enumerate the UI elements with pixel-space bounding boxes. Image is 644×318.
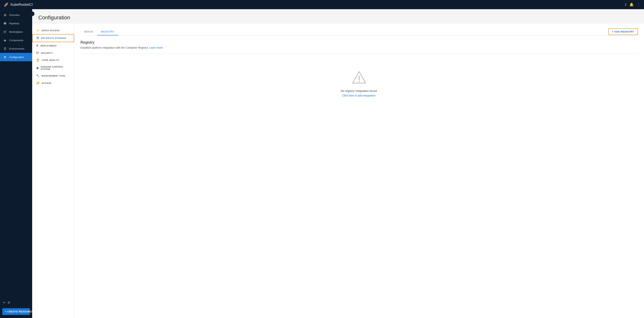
app-name: KubeRocketCI [10, 3, 33, 7]
tab-registry[interactable]: REGISTRY [97, 28, 118, 36]
empty-state: No registry integration found. Click her… [80, 58, 638, 108]
sidebar-label-components: Components [9, 39, 23, 42]
header-left: 🚀 KubeRocketCI [4, 2, 33, 7]
sidebar-icon-pipelines: 📽 [3, 22, 7, 25]
learn-more-link[interactable]: Learn more. [149, 46, 164, 49]
svg-point-1 [358, 81, 360, 82]
tabs: NEXUS REGISTRY [80, 28, 638, 36]
sub-nav-icon-security: 🛡 [36, 51, 39, 54]
main-content: NEXUS REGISTRY + ADD REGISTRY Registry E… [74, 24, 644, 318]
info-icon[interactable]: ℹ [625, 2, 626, 7]
registry-description: Establish platform integration with the … [80, 46, 638, 49]
tab-nexus[interactable]: NEXUS [80, 28, 97, 36]
sub-nav-icon-artifacts-storage: ☰ [36, 36, 39, 40]
sidebar-label-pipelines: Pipelines [9, 22, 19, 25]
logo-icon: 🚀 [4, 2, 8, 7]
sub-nav-item-quick-access[interactable]: ⚡ QUICK ACCESS [32, 27, 74, 34]
sub-nav-icon-code-quality: 🏆 [36, 58, 40, 62]
sub-nav-item-version-control[interactable]: ◑ VERSION CONTROL SYSTEM [32, 64, 74, 72]
sub-nav-label-artifacts-storage: ARTIFACTS STORAGE [41, 37, 66, 39]
top-header: 🚀 KubeRocketCI ℹ 🔔 ⋮ [0, 0, 644, 9]
sub-nav-label-deployment: DEPLOYMENT [40, 44, 57, 47]
content-body: ⚡ QUICK ACCESS ☰ ARTIFACTS STORAGE ✈ DEP… [32, 24, 644, 318]
warning-icon [352, 70, 367, 86]
sub-nav-icon-quick-access: ⚡ [36, 29, 40, 32]
sidebar-icon-configuration: ⚙ [3, 55, 7, 59]
sidebar-icon-marketplace: 🛒 [3, 30, 7, 34]
sub-nav-item-code-quality[interactable]: 🏆 CODE QUALITY [32, 56, 74, 64]
main-layout: ‹ ⊞ Overview 📽 Pipelines 🛒 Marketplace ◈… [0, 9, 644, 318]
sub-nav-item-access[interactable]: 🔑 ACCESS [32, 80, 74, 87]
sidebar-label-overview: Overview [9, 14, 20, 16]
empty-state-title: No registry integration found. [341, 89, 378, 92]
create-resource-button[interactable]: + CREATE RESOURCE [2, 308, 30, 315]
sub-nav-item-artifacts-storage[interactable]: ☰ ARTIFACTS STORAGE [32, 34, 74, 42]
sidebar-icon-overview: ⊞ [3, 13, 7, 17]
header-right: ℹ 🔔 ⋮ [625, 2, 640, 7]
sub-nav-item-security[interactable]: 🛡 SECURITY [32, 50, 74, 56]
sub-nav-label-code-quality: CODE QUALITY [42, 59, 60, 61]
sub-nav-item-management-tool[interactable]: 🔧 MANAGEMENT TOOL [32, 72, 74, 80]
sidebar-label-configuration: Configuration [9, 56, 24, 58]
sidebar-item-marketplace[interactable]: 🛒 Marketplace [0, 28, 32, 36]
sub-nav-label-access: ACCESS [42, 82, 52, 84]
edit-icon[interactable]: ✏ [3, 301, 6, 304]
sidebar-item-environments[interactable]: ☰ Environments [0, 44, 32, 53]
sub-nav-label-security: SECURITY [41, 52, 53, 54]
sidebar-bottom: ✏ ⚙ [0, 298, 32, 307]
sub-nav-icon-access: 🔑 [36, 81, 40, 85]
more-menu-icon[interactable]: ⋮ [637, 2, 640, 7]
page-header: Configuration [32, 9, 644, 24]
page-title: Configuration [38, 14, 638, 21]
bell-icon[interactable]: 🔔 [630, 2, 634, 7]
sidebar: ‹ ⊞ Overview 📽 Pipelines 🛒 Marketplace ◈… [0, 9, 32, 318]
empty-state-action[interactable]: Click here to add integration. [342, 94, 376, 97]
sub-nav-icon-version-control: ◑ [36, 66, 39, 70]
sidebar-collapse-button[interactable]: ‹ [30, 12, 34, 16]
sub-nav-icon-deployment: ✈ [36, 44, 39, 48]
sidebar-icon-environments: ☰ [3, 47, 7, 50]
add-registry-button[interactable]: + ADD REGISTRY [608, 28, 638, 35]
sidebar-label-environments: Environments [9, 47, 24, 50]
section-divider [80, 54, 638, 54]
sub-nav-icon-management-tool: 🔧 [36, 74, 40, 78]
registry-title: Registry [80, 40, 638, 44]
sidebar-item-configuration[interactable]: ⚙ Configuration [0, 53, 32, 61]
sidebar-icon-components: ◈ [3, 38, 7, 42]
sidebar-item-pipelines[interactable]: 📽 Pipelines [0, 19, 32, 28]
sub-nav-item-deployment[interactable]: ✈ DEPLOYMENT [32, 42, 74, 50]
content-area: Configuration ⚡ QUICK ACCESS ☰ ARTIFACTS… [32, 9, 644, 318]
sidebar-item-components[interactable]: ◈ Components [0, 36, 32, 44]
sidebar-label-marketplace: Marketplace [9, 30, 23, 33]
sub-nav-label-quick-access: QUICK ACCESS [42, 29, 60, 32]
sub-nav-label-version-control: VERSION CONTROL SYSTEM [40, 66, 70, 70]
sub-nav-label-management-tool: MANAGEMENT TOOL [42, 75, 66, 77]
sidebar-nav: ⊞ Overview 📽 Pipelines 🛒 Marketplace ◈ C… [0, 9, 32, 298]
sub-nav: ⚡ QUICK ACCESS ☰ ARTIFACTS STORAGE ✈ DEP… [32, 24, 74, 318]
sidebar-item-overview[interactable]: ⊞ Overview [0, 11, 32, 19]
settings-icon[interactable]: ⚙ [8, 301, 10, 304]
